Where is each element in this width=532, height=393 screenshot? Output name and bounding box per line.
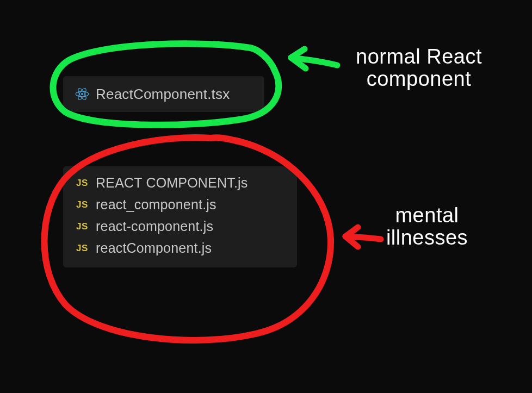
file-row[interactable]: ReactComponent.tsx [63, 84, 264, 104]
annotation-bad-label: mental illnesses [370, 204, 484, 249]
filename-label: reactComponent.js [96, 241, 212, 255]
file-list-bad: JS REACT COMPONENT.js JS react_component… [63, 166, 297, 267]
file-row[interactable]: JS reactComponent.js [63, 237, 297, 259]
react-icon [75, 87, 89, 101]
file-list-good: ReactComponent.tsx [63, 76, 264, 112]
svg-point-3 [81, 93, 83, 95]
file-row[interactable]: JS react-component.js [63, 215, 297, 237]
filename-label: ReactComponent.tsx [96, 87, 230, 101]
js-icon: JS [75, 241, 89, 255]
filename-label: react-component.js [96, 220, 213, 233]
file-row[interactable]: JS REACT COMPONENT.js [63, 172, 297, 194]
green-arrow-annotation [291, 49, 337, 68]
annotation-good-label: normal React component [348, 46, 490, 90]
file-row[interactable]: JS react_component.js [63, 194, 297, 215]
js-icon: JS [75, 197, 89, 211]
filename-label: REACT COMPONENT.js [96, 176, 248, 190]
js-icon: JS [75, 219, 89, 233]
js-icon: JS [75, 176, 89, 190]
filename-label: react_component.js [96, 198, 216, 211]
